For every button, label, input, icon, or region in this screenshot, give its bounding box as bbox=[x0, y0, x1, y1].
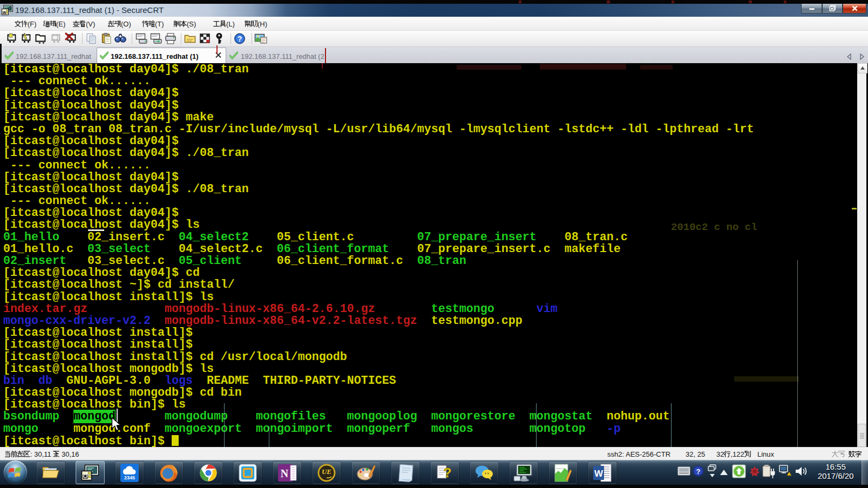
svg-text:?: ? bbox=[444, 465, 452, 480]
svg-text:2345: 2345 bbox=[124, 475, 135, 480]
svg-text:?: ? bbox=[238, 35, 242, 43]
svg-text:UE: UE bbox=[322, 467, 331, 476]
svg-text:N: N bbox=[281, 467, 289, 479]
svg-text:W: W bbox=[594, 469, 603, 479]
svg-text:?: ? bbox=[696, 467, 701, 476]
svg-text:!: ! bbox=[789, 475, 790, 478]
